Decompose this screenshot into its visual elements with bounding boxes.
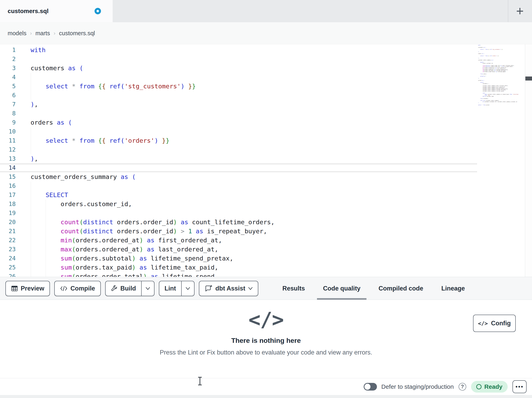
file-tab-customers-sql[interactable]: customers.sql <box>0 0 113 22</box>
config-button[interactable]: </> Config <box>473 315 516 332</box>
tab-lineage[interactable]: Lineage <box>435 277 471 300</box>
code-line-20[interactable]: 20 count(distinct orders.order_id) as co… <box>0 218 477 227</box>
tab-compiled-code[interactable]: Compiled code <box>373 277 429 300</box>
code-text: customers as ( <box>31 64 83 73</box>
preview-button[interactable]: Preview <box>6 281 50 296</box>
code-line-23[interactable]: 23 max(orders.ordered_at) as last_ordere… <box>0 245 477 254</box>
compile-button-label: Compile <box>70 285 95 292</box>
code-text: ), <box>31 100 38 109</box>
status-bar: Defer to staging/production ? Ready ••• <box>0 378 532 395</box>
editor-toolbar: Preview Compile Build L <box>0 277 532 300</box>
minimap[interactable]: withcustomers as ( select * from {{ ref(… <box>478 45 525 276</box>
code-line-16[interactable]: 16 <box>0 181 477 190</box>
build-button-label: Build <box>120 285 136 292</box>
indent-guide <box>31 127 31 136</box>
window-bottom-edge <box>0 395 532 398</box>
code-line-9[interactable]: 9orders as ( <box>0 118 477 127</box>
line-number: 26 <box>0 272 16 277</box>
code-text: sum(orders.order_total) as lifetime_spen… <box>31 272 215 277</box>
code-line-24[interactable]: 24 sum(orders.subtotal) as lifetime_spen… <box>0 254 477 263</box>
code-text: ), <box>31 154 38 163</box>
line-number: 25 <box>0 263 16 272</box>
code-text: orders as ( <box>31 118 72 127</box>
line-number: 16 <box>0 181 16 190</box>
table-preview-icon <box>11 285 18 292</box>
code-line-3[interactable]: 3customers as ( <box>0 64 477 73</box>
line-number: 10 <box>0 127 16 136</box>
tab-results[interactable]: Results <box>276 277 311 300</box>
code-line-10[interactable]: 10 <box>0 127 477 136</box>
dbt-assist-label: dbt Assist <box>215 285 245 292</box>
code-line-25[interactable]: 25 sum(orders.tax_paid) as lifetime_tax_… <box>0 263 477 272</box>
breadcrumb-item-customers-sql[interactable]: customers.sql <box>59 30 95 37</box>
breadcrumb-item-marts[interactable]: marts <box>35 30 50 37</box>
empty-state: </> There is nothing here Press the Lint… <box>0 308 532 356</box>
code-line-5[interactable]: 5 select * from {{ ref('stg_customers') … <box>0 82 477 91</box>
code-line-15[interactable]: 15customer_orders_summary as ( <box>0 172 477 181</box>
new-tab-button[interactable]: + <box>511 3 529 19</box>
code-line-14[interactable]: 14 <box>0 163 477 172</box>
breadcrumb-separator: › <box>30 30 32 36</box>
lint-button[interactable]: Lint <box>159 281 181 296</box>
dbt-assist-button[interactable]: dbt Assist <box>199 281 258 296</box>
code-brackets-icon <box>60 286 68 292</box>
indent-guide <box>31 209 31 218</box>
code-line-6[interactable]: 6 <box>0 91 477 100</box>
code-line-18[interactable]: 18 orders.customer_id, <box>0 200 477 209</box>
breadcrumb-row: models › marts › customers.sql Save <box>0 22 532 44</box>
chevron-down-icon <box>146 287 150 290</box>
code-text: select * from {{ ref('stg_customers') }} <box>31 82 196 91</box>
code-text: max(orders.ordered_at) as last_ordered_a… <box>31 245 218 254</box>
scrollbar-thumb[interactable] <box>525 77 532 80</box>
code-area: 1with23customers as (45 select * from {{… <box>0 46 477 277</box>
build-options-dropdown[interactable] <box>141 281 154 296</box>
code-line-17[interactable]: 17 SELECT <box>0 190 477 200</box>
code-line-4[interactable]: 4 <box>0 73 477 82</box>
ellipsis-icon: ••• <box>515 384 524 390</box>
code-text: SELECT <box>31 190 68 200</box>
editor-scrollbar[interactable] <box>525 44 532 277</box>
code-text: sum(orders.tax_paid) as lifetime_tax_pai… <box>31 263 218 272</box>
code-line-7[interactable]: 7), <box>0 100 477 109</box>
code-brackets-icon: </> <box>478 320 488 326</box>
code-line-8[interactable]: 8 <box>0 109 477 118</box>
empty-state-subtitle: Press the Lint or Fix button above to ev… <box>0 349 532 356</box>
help-icon[interactable]: ? <box>459 383 466 391</box>
line-number: 21 <box>0 227 16 236</box>
code-line-21[interactable]: 21 count(distinct orders.order_id) > 1 a… <box>0 227 477 236</box>
toolbar-buttons: Preview Compile Build L <box>6 277 258 300</box>
preview-button-label: Preview <box>21 285 44 292</box>
more-options-button[interactable]: ••• <box>513 380 526 393</box>
code-editor[interactable]: 1with23customers as (45 select * from {{… <box>0 44 532 277</box>
code-line-26[interactable]: 26 sum(orders.order_total) as lifetime_s… <box>0 272 477 277</box>
code-line-12[interactable]: 12 <box>0 145 477 154</box>
line-number: 5 <box>0 82 16 91</box>
line-number: 3 <box>0 64 16 73</box>
lint-options-dropdown[interactable] <box>181 281 194 296</box>
compile-button[interactable]: Compile <box>54 281 101 296</box>
code-text: customer_orders_summary as ( <box>31 172 136 181</box>
indent-guide <box>31 181 31 190</box>
code-line-13[interactable]: 13), <box>0 154 477 163</box>
toggle-knob <box>364 384 370 390</box>
code-line-2[interactable]: 2 <box>0 55 477 64</box>
line-number: 12 <box>0 145 16 154</box>
config-button-label: Config <box>491 320 511 327</box>
assist-chat-sparkle-icon <box>205 285 213 292</box>
code-line-19[interactable]: 19 <box>0 209 477 218</box>
tab-code-quality[interactable]: Code quality <box>317 277 367 300</box>
code-line-22[interactable]: 22 min(orders.ordered_at) as first_order… <box>0 236 477 245</box>
line-number: 17 <box>0 190 16 200</box>
status-badge: Ready <box>471 381 508 392</box>
line-number: 2 <box>0 55 16 64</box>
code-text: select * from {{ ref('orders') }} <box>31 136 170 145</box>
breadcrumb-item-models[interactable]: models <box>8 30 26 37</box>
chevron-down-icon <box>186 287 190 290</box>
defer-toggle[interactable] <box>364 383 377 391</box>
line-number: 7 <box>0 100 16 109</box>
build-button[interactable]: Build <box>106 281 141 296</box>
indent-guide <box>46 209 46 218</box>
code-line-11[interactable]: 11 select * from {{ ref('orders') }} <box>0 136 477 145</box>
code-text: count(distinct orders.order_id) > 1 as i… <box>31 227 267 236</box>
code-line-1[interactable]: 1with <box>0 46 477 55</box>
